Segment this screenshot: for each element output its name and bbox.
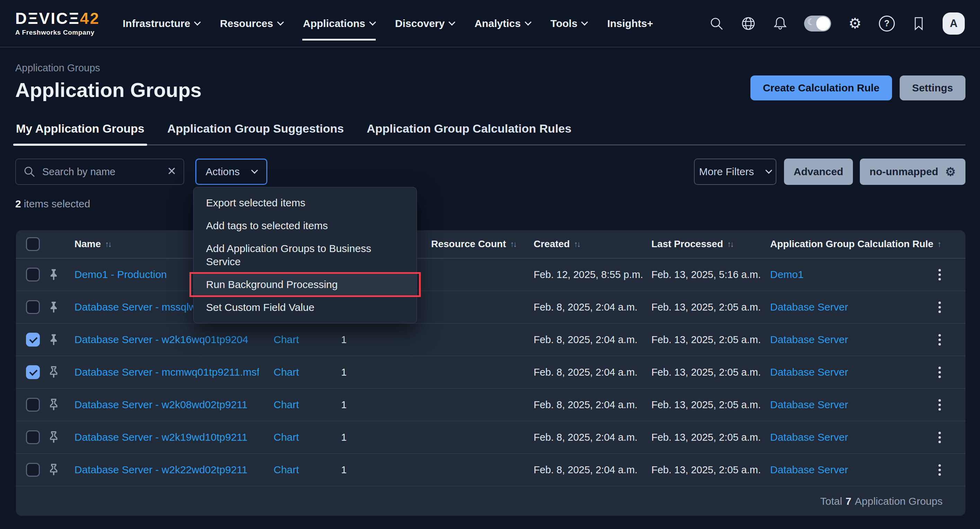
advanced-button[interactable]: Advanced	[784, 159, 853, 185]
pin-icon[interactable]	[48, 301, 59, 313]
group-name-link[interactable]: Database Server - w2k19wd10tp9211	[75, 431, 259, 443]
resource-count-cell: 1	[326, 399, 417, 411]
nav-item-applications[interactable]: Applications	[303, 17, 375, 29]
pin-icon[interactable]	[48, 366, 59, 378]
row-actions-kebab-icon[interactable]	[935, 396, 944, 414]
sort-icon: ↑↓	[727, 240, 733, 249]
row-checkbox[interactable]	[26, 365, 40, 379]
settings-gear-icon[interactable]: ⚙	[847, 16, 863, 32]
row-checkbox[interactable]	[26, 463, 40, 477]
total-count: 7	[846, 496, 851, 507]
actions-dropdown-button[interactable]: Actions	[195, 159, 267, 185]
calc-rule-link[interactable]: Database Server	[770, 431, 918, 443]
nav-item-infrastructure[interactable]: Infrastructure	[123, 17, 200, 29]
calc-rule-link[interactable]: Database Server	[770, 301, 918, 313]
chevron-down-icon	[369, 19, 376, 25]
menu-item-set-custom-field-value[interactable]: Set Custom Field Value	[194, 296, 417, 319]
breadcrumb[interactable]: Application Groups	[15, 62, 100, 74]
chart-link[interactable]: Chart	[274, 464, 326, 476]
row-actions-kebab-icon[interactable]	[935, 330, 944, 349]
chevron-down-icon	[525, 19, 531, 25]
pin-icon[interactable]	[48, 334, 59, 346]
search-box: ×	[15, 159, 184, 185]
application-groups-table: Name↑↓ Resource Count↑↓ Created↑↓ Last P…	[16, 230, 966, 516]
help-icon[interactable]: ?	[879, 16, 895, 32]
nav-item-analytics[interactable]: Analytics	[474, 17, 530, 29]
tab-application-group-suggestions[interactable]: Application Group Suggestions	[167, 122, 345, 145]
row-checkbox[interactable]	[26, 300, 40, 314]
calc-rule-link[interactable]: Database Server	[770, 399, 918, 411]
chart-link[interactable]: Chart	[274, 366, 326, 378]
tab-application-group-calculation-rules[interactable]: Application Group Calculation Rules	[366, 122, 572, 145]
create-calculation-rule-button[interactable]: Create Calculation Rule	[751, 75, 892, 100]
group-name-link[interactable]: Database Server - w2k16wq01tp9204	[75, 334, 259, 346]
pin-icon[interactable]	[48, 464, 59, 476]
group-name-link[interactable]: Database Server - mcmwq01tp9211.msft…	[75, 366, 259, 378]
menu-item-add-tags-to-selected-items[interactable]: Add tags to selected items	[194, 214, 417, 237]
sort-icon: ↑↓	[510, 240, 516, 249]
nav-item-tools[interactable]: Tools	[550, 17, 587, 29]
row-checkbox[interactable]	[26, 333, 40, 346]
table-row: Database Server - mssqlwd0 Feb. 8, 2025,…	[16, 291, 966, 324]
row-actions-kebab-icon[interactable]	[935, 298, 944, 316]
logo-wordmark: DΞVICΞ42	[15, 10, 100, 26]
filter-gear-icon[interactable]: ⚙	[945, 166, 955, 178]
bookmark-icon[interactable]	[911, 16, 927, 32]
calc-rule-link[interactable]: Demo1	[770, 268, 918, 280]
menu-item-export-selected-items[interactable]: Export selected items	[194, 191, 417, 214]
column-header-last-processed[interactable]: Last Processed↑↓	[637, 238, 756, 249]
calc-rule-link[interactable]: Database Server	[770, 334, 918, 346]
selection-count: 2	[15, 198, 21, 210]
chart-link[interactable]: Chart	[274, 431, 326, 443]
column-header-resource-count[interactable]: Resource Count↑↓	[417, 238, 519, 249]
search-icon[interactable]	[708, 16, 724, 32]
pin-icon[interactable]	[48, 431, 59, 443]
settings-button[interactable]: Settings	[900, 75, 966, 100]
row-actions-kebab-icon[interactable]	[935, 428, 944, 446]
row-checkbox[interactable]	[26, 398, 40, 411]
pin-icon[interactable]	[48, 399, 59, 411]
pin-icon[interactable]	[48, 268, 59, 281]
nav-item-resources[interactable]: Resources	[220, 17, 283, 29]
column-header-calc-rule[interactable]: Application Group Calculation Rule↑	[756, 238, 918, 249]
row-actions-kebab-icon[interactable]	[935, 265, 944, 284]
row-actions-kebab-icon[interactable]	[935, 461, 944, 479]
column-header-created[interactable]: Created↑↓	[519, 238, 637, 249]
saved-filter-button[interactable]: no-unmapped ⚙	[860, 159, 966, 185]
nav-item-discovery[interactable]: Discovery	[395, 17, 454, 29]
tabs-bar: My Application Groups Application Group …	[15, 122, 966, 145]
more-filters-button[interactable]: More Filters	[694, 159, 776, 185]
row-checkbox[interactable]	[26, 431, 40, 444]
calc-rule-link[interactable]: Database Server	[770, 464, 918, 476]
top-navbar: DΞVICΞ42 A Freshworks Company Infrastruc…	[0, 0, 980, 48]
clear-search-icon[interactable]: ×	[167, 164, 176, 178]
notifications-bell-icon[interactable]	[772, 16, 788, 32]
sort-icon: ↑	[937, 240, 940, 249]
device42-logo[interactable]: DΞVICΞ42 A Freshworks Company	[15, 10, 100, 37]
row-checkbox[interactable]	[26, 268, 40, 281]
table-footer: Total7Application Groups	[16, 486, 966, 516]
tab-my-application-groups[interactable]: My Application Groups	[15, 122, 145, 145]
calc-rule-link[interactable]: Database Server	[770, 366, 918, 378]
menu-item-add-application-groups-to-business-service[interactable]: Add Application Groups to Business Servi…	[194, 237, 417, 273]
nav-item-insights-[interactable]: Insights+	[607, 17, 653, 29]
chart-link[interactable]: Chart	[274, 399, 326, 411]
group-name-link[interactable]: Database Server - w2k22wd02tp9211	[75, 464, 259, 476]
user-avatar[interactable]: A	[943, 13, 965, 35]
menu-item-run-background-processing[interactable]: Run Background Processing	[194, 273, 417, 296]
selection-summary: 2items selected	[15, 198, 90, 210]
sort-icon: ↑↓	[574, 240, 580, 249]
table-body: Demo1 - Production Feb. 12, 2025, 8:55 p…	[16, 259, 966, 486]
tabs: My Application Groups Application Group …	[15, 122, 966, 145]
search-input[interactable]	[41, 166, 161, 178]
row-actions-kebab-icon[interactable]	[935, 363, 944, 381]
group-name-link[interactable]: Database Server - w2k08wd02tp9211	[75, 399, 259, 411]
dark-mode-toggle[interactable]: ☾	[804, 16, 831, 32]
chevron-down-icon	[449, 19, 455, 25]
chart-link[interactable]: Chart	[274, 334, 326, 346]
filter-controls: More Filters Advanced no-unmapped ⚙	[694, 159, 966, 185]
select-all-checkbox[interactable]	[26, 237, 40, 251]
table-row: Database Server - w2k19wd10tp9211 Chart …	[16, 421, 966, 454]
page-header-actions: Create Calculation Rule Settings	[751, 75, 966, 100]
globe-icon[interactable]	[740, 16, 756, 32]
